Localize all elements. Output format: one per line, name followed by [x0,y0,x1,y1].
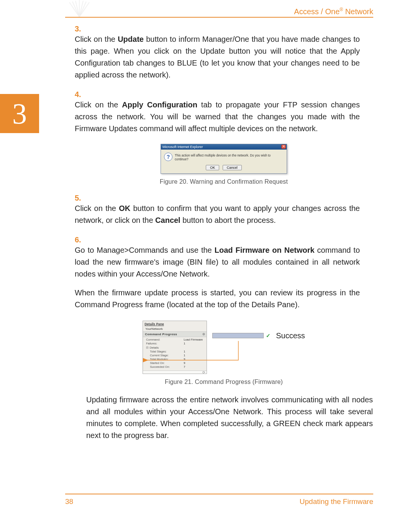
step-5: 5. Click on the OK button to confirm tha… [75,194,373,226]
step-number: 6. [75,235,86,244]
gear-icon[interactable]: ⚙ [202,333,205,336]
footer-rule [65,494,373,494]
details-pane-title: Details Pane [143,321,207,327]
checkmark-icon: ✓ [266,333,271,339]
question-icon: ? [164,153,172,161]
cancel-button[interactable]: Cancel [223,165,242,170]
figure-21-caption: Figure 21. Command Progress (Firmware) [75,379,373,385]
progress-indicator: ✓ Success [212,331,305,340]
close-icon[interactable]: ✕ [281,145,286,149]
figure-20-caption: Figure 20. Warning and Confirmation Requ… [75,178,373,185]
page-number: 38 [65,497,73,506]
step-number: 5. [75,194,86,203]
step-text: Go to Manage>Commands and use the Load F… [75,244,360,311]
success-label: Success [276,331,305,340]
figure-20-dialog: Microsoft Internet Explorer ✕ ? This act… [75,144,373,174]
command-progress-header: Command Progress⚙ [143,331,207,337]
step-text: Click on the Update button to inform Man… [75,33,360,81]
refresh-icon[interactable]: ⟳ [202,371,205,374]
section-title: Updating the Firmware [300,497,373,506]
watermark-logo [67,0,92,18]
step-number: 4. [75,90,86,99]
callout-arrow [143,341,262,366]
figure-21-panel: Details Pane YourNetwork Command Progres… [75,320,373,374]
network-name: YourNetwork [143,327,207,331]
step-number: 3. [75,25,86,33]
header-brand: Access / One® Network [294,7,373,16]
main-content: 3. Click on the Update button to inform … [75,25,373,441]
row-succeeded-on: Succeeded On:7 [144,365,205,369]
progress-bar [212,333,264,338]
step-3: 3. Click on the Update button to inform … [75,25,373,81]
details-pane-footer: ⟳ [143,371,207,374]
ok-button[interactable]: OK [206,165,219,170]
ie-dialog: Microsoft Internet Explorer ✕ ? This act… [161,144,287,174]
dialog-titlebar: Microsoft Internet Explorer ✕ [161,144,287,150]
closing-paragraph: Updating firmware across the entire netw… [86,394,373,441]
step-text: Click on the Apply Configuration tab to … [75,99,360,135]
step-6: 6. Go to Manage>Commands and use the Loa… [75,235,373,311]
dialog-message: This action will affect multiple devices… [175,153,284,162]
step-text: Click on the OK button to confirm that y… [75,203,360,226]
chapter-number-tab: 3 [0,94,39,133]
step-4: 4. Click on the Apply Configuration tab … [75,90,373,135]
header-rule [65,17,373,18]
